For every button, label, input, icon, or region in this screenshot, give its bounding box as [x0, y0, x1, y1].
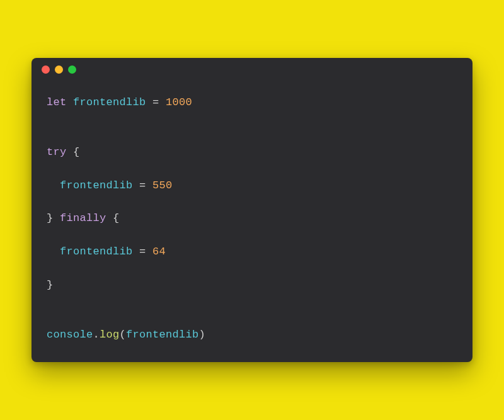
- code-line: let frontendlib = 1000: [47, 94, 457, 111]
- token-brace: (: [120, 329, 127, 341]
- token-brace: }: [47, 279, 54, 291]
- code-line: console.log(frontendlib): [47, 327, 457, 343]
- token-number: 550: [152, 179, 173, 191]
- minimize-icon[interactable]: [55, 65, 63, 74]
- token-brace: {: [73, 146, 80, 158]
- token-operator: =: [152, 96, 166, 108]
- code-line: frontendlib = 64: [47, 244, 457, 260]
- token-brace: {: [113, 212, 120, 224]
- code-line: } finally {: [47, 210, 457, 227]
- token-keyword: let: [47, 96, 73, 108]
- code-line: [47, 111, 457, 127]
- close-icon[interactable]: [42, 65, 50, 74]
- code-line: [47, 293, 457, 310]
- token-number: 64: [152, 246, 166, 258]
- token-keyword: finally: [60, 212, 113, 224]
- token-number: 1000: [166, 96, 192, 108]
- window-titlebar: [32, 58, 472, 82]
- code-line: }: [47, 277, 457, 293]
- code-line: [47, 310, 457, 326]
- code-content: let frontendlib = 1000 try { frontendlib…: [32, 82, 472, 362]
- token-ident: frontendlib: [126, 329, 199, 341]
- token-func: log: [100, 329, 120, 341]
- token-ident: frontendlib: [60, 179, 139, 191]
- code-line: try {: [47, 144, 457, 161]
- code-line: [47, 260, 457, 276]
- zoom-icon[interactable]: [68, 65, 76, 74]
- token-operator: =: [139, 179, 152, 191]
- code-editor-window: let frontendlib = 1000 try { frontendlib…: [32, 58, 472, 362]
- code-line: frontendlib = 550: [47, 178, 457, 194]
- code-line: [47, 161, 457, 177]
- token-ident: frontendlib: [73, 96, 152, 108]
- code-line: [47, 128, 457, 144]
- token-ident: frontendlib: [60, 246, 139, 258]
- token-operator: =: [139, 246, 152, 258]
- code-line: [47, 227, 457, 244]
- token-brace: }: [47, 212, 60, 224]
- token-ident: console: [47, 329, 93, 341]
- token-keyword: try: [47, 146, 73, 158]
- token-operator: .: [93, 329, 100, 341]
- token-brace: ): [199, 329, 206, 341]
- code-line: [47, 194, 457, 210]
